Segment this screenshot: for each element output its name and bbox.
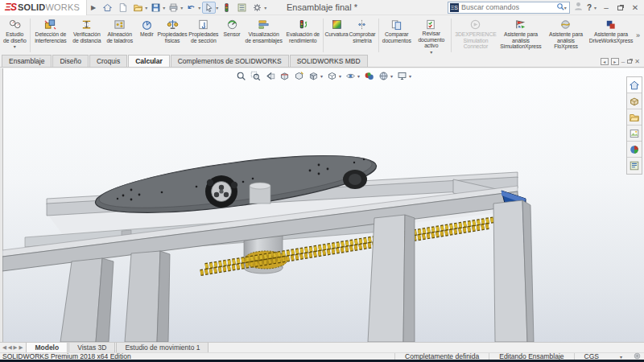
help-caret-icon[interactable]: ▾ [594, 5, 597, 10]
hole-alignment-icon [114, 18, 126, 31]
motion-study-tab[interactable]: Estudio de movimiento 1 [116, 343, 208, 353]
tab-scroll-arrows[interactable]: ◀ ◀ ▶ ▶ [0, 344, 26, 351]
display-style-icon[interactable] [325, 70, 338, 82]
view-orientation-caret-icon[interactable]: ▾ [320, 73, 323, 79]
check-symmetry-button[interactable]: Comprobar simetría [348, 16, 377, 55]
user-account-icon[interactable] [573, 0, 584, 14]
zoom-to-fit-icon[interactable] [234, 70, 247, 82]
section-properties-button[interactable]: Propiedades de sección [187, 16, 221, 55]
3d-views-tab[interactable]: Vistas 3D [68, 343, 115, 353]
units-selector[interactable]: CGS [574, 353, 609, 360]
check-symmetry-icon [356, 18, 368, 31]
display-style-caret-icon[interactable]: ▾ [339, 73, 341, 79]
measure-icon [141, 18, 153, 31]
tab-croquis[interactable]: Croquis [89, 55, 127, 67]
driveworksxpress-wizard-button[interactable]: Asistente para DriveWorksXpress [588, 16, 634, 55]
new-document-icon[interactable] [116, 2, 130, 14]
command-search[interactable]: ΞS ▾ [448, 2, 570, 14]
sensor-button[interactable]: Sensor [221, 16, 243, 55]
open-icon[interactable] [131, 2, 145, 14]
assembly-model[interactable] [2, 68, 644, 342]
save-caret-icon[interactable]: ▾ [163, 5, 165, 10]
editing-mode[interactable]: Editando Ensamblaje [489, 353, 573, 360]
solidworks-search-icon: ΞS [450, 3, 459, 12]
select-icon[interactable] [202, 2, 216, 14]
previous-view-icon[interactable] [263, 70, 276, 82]
assembly-visualization-button[interactable]: Visualización de ensamblajes [243, 16, 284, 55]
close-button[interactable]: ✕ [630, 3, 641, 12]
undo-caret-icon[interactable]: ▾ [198, 5, 200, 10]
print-icon[interactable] [167, 2, 180, 14]
model-tab[interactable]: Modelo [26, 343, 68, 353]
interference-detection-button[interactable]: Detección de interferencias [31, 16, 69, 55]
apply-scene-icon[interactable] [377, 70, 390, 82]
clearance-verification-icon [80, 18, 93, 31]
doc-minimize-icon[interactable]: – [621, 58, 625, 65]
pane-left-icon[interactable]: ◂ [601, 58, 609, 65]
options-caret-icon[interactable]: ▾ [264, 5, 266, 10]
hide-show-items-icon[interactable] [344, 70, 357, 82]
home-icon[interactable] [101, 2, 114, 14]
edit-appearance-icon[interactable] [362, 70, 375, 82]
save-icon[interactable] [149, 2, 163, 14]
appearances-scenes-icon[interactable] [627, 142, 642, 158]
tab-solidworks-mbd[interactable]: SOLIDWORKS MBD [290, 55, 368, 67]
section-view-icon[interactable] [278, 70, 291, 82]
view-settings-icon[interactable] [395, 70, 408, 82]
doc-restore-icon[interactable] [627, 58, 632, 65]
graphics-area[interactable]: ▾ ▾ ▾ ▾ ▾ [0, 68, 644, 342]
minimize-button[interactable]: – [601, 3, 612, 12]
solidworks-resources-icon[interactable] [627, 77, 642, 93]
ribbon-overflow-chevron[interactable]: » [634, 31, 642, 39]
mass-properties-button[interactable]: Propiedades físicas [158, 16, 186, 55]
select-caret-icon[interactable]: ▾ [216, 5, 218, 10]
interference-detection-icon [44, 18, 56, 31]
tab-ensamblaje[interactable]: Ensamblaje [2, 55, 52, 67]
floxpress-wizard-button[interactable]: Asistente para análisis FloXpress [543, 16, 588, 55]
measure-button[interactable]: Medir [135, 16, 158, 55]
pane-right-icon[interactable]: ▸ [611, 58, 619, 65]
apply-scene-caret-icon[interactable]: ▾ [390, 73, 393, 79]
tab-calcular[interactable]: Calcular [128, 55, 170, 67]
curvature-button[interactable]: Curvatura [325, 16, 348, 55]
constraint-status: Completamente definida [394, 353, 489, 360]
menu-expand-icon[interactable]: ▶ [87, 4, 100, 11]
tab-diseno[interactable]: Diseño [52, 55, 88, 67]
rebuild-icon[interactable] [220, 2, 233, 14]
view-orientation-icon[interactable] [307, 70, 320, 82]
undo-icon[interactable] [184, 2, 198, 14]
hole-alignment-button[interactable]: Alineación de taladros [104, 16, 135, 55]
compare-documents-button[interactable]: Comparar documentos [380, 16, 413, 55]
file-properties-icon[interactable] [235, 2, 249, 14]
performance-evaluation-button[interactable]: Evaluación de rendimiento [284, 16, 321, 55]
section-properties-icon [197, 18, 209, 31]
hide-show-caret-icon[interactable]: ▾ [357, 73, 360, 79]
clearance-verification-button[interactable]: Verificación de distancia [70, 16, 104, 55]
command-manager-ribbon: Estudio de diseño ▾ Detección de interfe… [0, 15, 644, 55]
view-palette-icon[interactable] [627, 125, 642, 142]
dynamic-annotation-icon[interactable] [292, 70, 305, 82]
design-study-button[interactable]: Estudio de diseño ▾ [2, 16, 28, 55]
options-icon[interactable] [250, 2, 264, 14]
file-explorer-icon[interactable] [627, 109, 642, 125]
open-caret-icon[interactable]: ▾ [145, 5, 147, 10]
doc-close-icon[interactable]: ✕ [634, 58, 640, 65]
tab-complementos[interactable]: Complementos de SOLIDWORKS [171, 55, 289, 67]
search-caret-icon[interactable]: ▾ [564, 5, 567, 10]
design-study-icon [9, 18, 21, 31]
compare-documents-icon [390, 18, 402, 31]
help-icon[interactable]: ? [587, 3, 592, 12]
units-caret-icon[interactable]: ▾ [609, 354, 634, 360]
solidworks-logo-mark: ΞS [5, 2, 16, 13]
simulationxpress-wizard-button[interactable]: Asistente para análisis SimulationXpress [498, 16, 543, 55]
driveworksxpress-wizard-icon [605, 18, 617, 31]
design-library-icon[interactable] [627, 93, 642, 109]
view-settings-caret-icon[interactable]: ▾ [409, 73, 411, 79]
custom-properties-icon[interactable] [627, 158, 642, 174]
review-active-document-button[interactable]: Revisar documento activo ▾ [413, 16, 449, 55]
print-caret-icon[interactable]: ▾ [180, 5, 183, 10]
restore-button[interactable] [615, 3, 626, 12]
search-input[interactable] [461, 3, 556, 11]
zoom-to-area-icon[interactable] [249, 70, 262, 82]
curvature-icon [331, 18, 343, 31]
